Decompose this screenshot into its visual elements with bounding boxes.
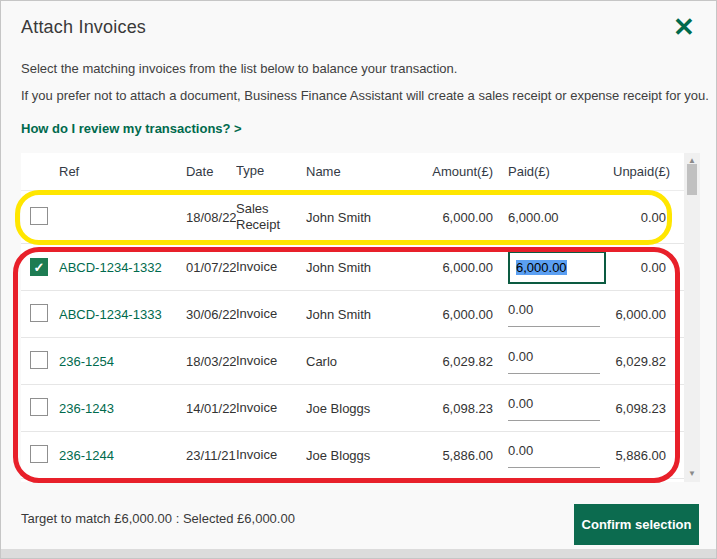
confirm-selection-button[interactable]: Confirm selection bbox=[574, 504, 699, 545]
table-row: ABCD-1234-1333 30/06/22 Invoice John Smi… bbox=[21, 291, 684, 338]
table-scrollbar[interactable]: ▲ ▼ bbox=[684, 153, 700, 482]
scroll-down-icon[interactable]: ▼ bbox=[684, 467, 700, 481]
intro-text-1: Select the matching invoices from the li… bbox=[21, 61, 457, 76]
paid-amount-field[interactable]: 0.00 bbox=[508, 396, 600, 421]
row-unpaid: 0.00 bbox=[613, 260, 684, 275]
row-type: Invoice bbox=[236, 400, 306, 416]
target-summary: Target to match £6,000.00 : Selected £6,… bbox=[21, 511, 295, 526]
row-unpaid: 6,098.23 bbox=[613, 401, 684, 416]
table-row: 18/08/22 Sales Receipt John Smith 6,000.… bbox=[21, 191, 684, 244]
scrollbar-thumb[interactable] bbox=[687, 164, 697, 195]
header-date[interactable]: ▼ Date bbox=[186, 164, 236, 179]
header-paid[interactable]: Paid(£) bbox=[493, 164, 613, 179]
row-amount: 6,029.82 bbox=[406, 354, 493, 369]
row-unpaid: 5,886.00 bbox=[613, 448, 684, 463]
row-date: 23/11/21 bbox=[186, 448, 236, 463]
paid-amount-value: 0.00 bbox=[508, 443, 533, 458]
row-checkbox[interactable] bbox=[30, 445, 48, 463]
header-name[interactable]: Name bbox=[306, 164, 406, 179]
table-body: 18/08/22 Sales Receipt John Smith 6,000.… bbox=[21, 191, 700, 479]
invoice-ref-link[interactable]: 236-1254 bbox=[59, 354, 114, 369]
row-checkbox[interactable] bbox=[30, 351, 48, 369]
row-amount: 6,098.23 bbox=[406, 401, 493, 416]
row-type: Invoice bbox=[236, 259, 306, 275]
row-unpaid: 0.00 bbox=[613, 210, 684, 225]
row-type: Invoice bbox=[236, 306, 306, 322]
row-type: Invoice bbox=[236, 447, 306, 463]
row-type: Invoice bbox=[236, 353, 306, 369]
paid-amount-value: 6,000.00 bbox=[508, 210, 559, 225]
header-amount[interactable]: Amount(£) bbox=[406, 164, 493, 179]
table-row: ✓ ABCD-1234-1332 01/07/22 Invoice John S… bbox=[21, 244, 684, 291]
paid-amount-field[interactable]: 6,000.00 bbox=[508, 210, 559, 225]
row-checkbox[interactable]: ✓ bbox=[30, 258, 48, 276]
row-amount: 5,886.00 bbox=[406, 448, 493, 463]
row-date: 14/01/22 bbox=[186, 401, 236, 416]
dialog-title: Attach Invoices bbox=[21, 17, 146, 38]
row-date: 18/08/22 bbox=[186, 210, 236, 225]
invoice-ref-link[interactable]: ABCD-1234-1333 bbox=[59, 307, 162, 322]
row-name: Joe Bloggs bbox=[306, 448, 406, 463]
table-header-row: Ref ▼ Date Type Name Amount(£) Paid(£) U… bbox=[21, 153, 684, 191]
paid-amount-value: 0.00 bbox=[508, 302, 533, 317]
invoice-ref-link[interactable]: ABCD-1234-1332 bbox=[59, 260, 162, 275]
row-name: John Smith bbox=[306, 260, 406, 275]
intro-text-2: If you prefer not to attach a document, … bbox=[21, 88, 709, 103]
invoice-ref-link[interactable]: 236-1244 bbox=[59, 448, 114, 463]
row-name: John Smith bbox=[306, 307, 406, 322]
paid-amount-value: 6,000.00 bbox=[516, 260, 567, 275]
row-unpaid: 6,000.00 bbox=[613, 307, 684, 322]
paid-amount-field[interactable]: 0.00 bbox=[508, 302, 600, 327]
paid-amount-field[interactable]: 6,000.00 bbox=[508, 251, 606, 284]
table-row: 236-1244 23/11/21 Invoice Joe Bloggs 5,8… bbox=[21, 432, 684, 479]
header-unpaid[interactable]: Unpaid(£) bbox=[613, 164, 684, 179]
row-checkbox[interactable] bbox=[30, 304, 48, 322]
row-checkbox[interactable] bbox=[30, 398, 48, 416]
paid-amount-value: 0.00 bbox=[508, 349, 533, 364]
paid-amount-value: 0.00 bbox=[508, 396, 533, 411]
table-row: 236-1254 18/03/22 Invoice Carlo 6,029.82… bbox=[21, 338, 684, 385]
row-name: John Smith bbox=[306, 210, 406, 225]
row-date: 30/06/22 bbox=[186, 307, 236, 322]
row-name: Joe Bloggs bbox=[306, 401, 406, 416]
row-amount: 6,000.00 bbox=[406, 210, 493, 225]
invoice-ref-link[interactable]: 236-1243 bbox=[59, 401, 114, 416]
row-amount: 6,000.00 bbox=[406, 260, 493, 275]
header-type[interactable]: Type bbox=[236, 163, 306, 179]
close-icon[interactable]: ✕ bbox=[668, 11, 700, 43]
paid-amount-field[interactable]: 0.00 bbox=[508, 443, 600, 468]
invoice-table: Ref ▼ Date Type Name Amount(£) Paid(£) U… bbox=[21, 153, 700, 482]
help-link[interactable]: How do I review my transactions? > bbox=[21, 121, 242, 136]
row-unpaid: 6,029.82 bbox=[613, 354, 684, 369]
row-date: 18/03/22 bbox=[186, 354, 236, 369]
bottom-edge-strip bbox=[1, 549, 716, 558]
row-amount: 6,000.00 bbox=[406, 307, 493, 322]
table-row: 236-1243 14/01/22 Invoice Joe Bloggs 6,0… bbox=[21, 385, 684, 432]
row-type: Sales Receipt bbox=[236, 201, 306, 234]
paid-amount-field[interactable]: 0.00 bbox=[508, 349, 600, 374]
row-checkbox[interactable] bbox=[30, 207, 48, 225]
header-ref[interactable]: Ref bbox=[59, 164, 186, 179]
row-date: 01/07/22 bbox=[186, 260, 236, 275]
header-date-label: Date bbox=[186, 164, 213, 179]
row-name: Carlo bbox=[306, 354, 406, 369]
attach-invoices-dialog: Attach Invoices ✕ Select the matching in… bbox=[0, 0, 717, 559]
